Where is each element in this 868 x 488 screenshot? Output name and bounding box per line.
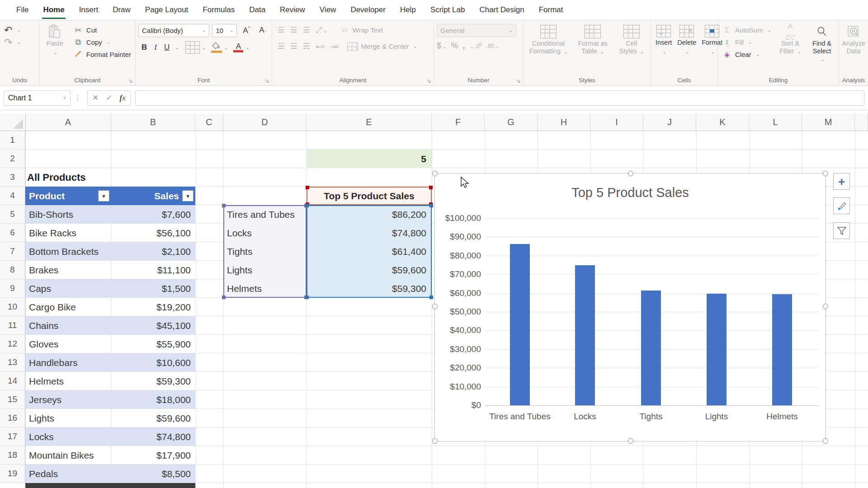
sales-column-header[interactable]: Sales▾ bbox=[111, 187, 195, 205]
row-header-10[interactable]: 10 bbox=[0, 298, 25, 316]
row-header-1[interactable]: 1 bbox=[0, 131, 25, 150]
row-header-6[interactable]: 6 bbox=[0, 224, 25, 242]
bar-locks[interactable] bbox=[575, 265, 595, 405]
product-name-cell[interactable]: Chains bbox=[25, 316, 111, 335]
clear-button[interactable]: ◈ Clear⌄ bbox=[721, 48, 773, 61]
chart-handle-middle-left[interactable] bbox=[432, 304, 438, 309]
column-header-M[interactable]: M bbox=[802, 114, 855, 131]
chart-handle-middle-right[interactable] bbox=[823, 304, 828, 309]
bar-helmets[interactable] bbox=[772, 294, 792, 405]
row-header-7[interactable]: 7 bbox=[0, 242, 25, 261]
row-header-13[interactable]: 13 bbox=[0, 353, 25, 372]
italic-button[interactable]: I bbox=[151, 42, 160, 53]
chart-handle-bottom-left[interactable] bbox=[432, 438, 438, 444]
find-select-button[interactable]: Find & Select ⌄ bbox=[808, 24, 836, 74]
number-dialog-launcher-icon[interactable]: ⇘ bbox=[516, 78, 521, 84]
column-header-K[interactable]: K bbox=[696, 114, 749, 131]
column-header-D[interactable]: D bbox=[223, 114, 307, 131]
chart-title[interactable]: Top 5 Product Sales bbox=[435, 185, 826, 200]
tab-view[interactable]: View bbox=[312, 0, 344, 20]
top5-name-cell[interactable]: Tires and Tubes bbox=[227, 205, 305, 224]
row-header-3[interactable]: 3 bbox=[0, 168, 25, 187]
formula-input[interactable] bbox=[135, 90, 864, 106]
tab-data[interactable]: Data bbox=[242, 0, 273, 20]
product-column-header[interactable]: Product▾ bbox=[25, 187, 111, 205]
row-header-15[interactable]: 15 bbox=[0, 390, 25, 409]
product-name-cell[interactable]: Bike Racks bbox=[25, 224, 111, 242]
chart-filters-button[interactable] bbox=[833, 222, 850, 239]
tab-script-lab[interactable]: Script Lab bbox=[423, 0, 472, 20]
tab-help[interactable]: Help bbox=[393, 0, 423, 20]
bar-lights[interactable] bbox=[707, 294, 726, 405]
top5-name-cell[interactable]: Locks bbox=[227, 224, 305, 242]
column-header-F[interactable]: F bbox=[432, 114, 485, 131]
font-color-button[interactable]: A bbox=[233, 43, 243, 52]
row-header-17[interactable]: 17 bbox=[0, 427, 25, 446]
row-header-5[interactable]: 5 bbox=[0, 205, 25, 224]
font-dialog-launcher-icon[interactable]: ⇘ bbox=[265, 78, 269, 84]
top5-sales-cell[interactable]: $74,800 bbox=[307, 224, 426, 242]
align-middle-button[interactable]: ☰ bbox=[288, 25, 299, 35]
top5-name-cell[interactable]: Lights bbox=[227, 261, 305, 279]
row-header-16[interactable]: 16 bbox=[0, 409, 25, 427]
product-sales-cell[interactable]: $10,600 bbox=[111, 353, 195, 372]
product-name-cell[interactable]: Mountain Bikes bbox=[25, 446, 111, 465]
insert-function-icon[interactable]: fx bbox=[120, 94, 126, 103]
chart-handle-top-center[interactable] bbox=[628, 171, 633, 176]
autosum-button[interactable]: Σ AutoSum⌄ bbox=[721, 24, 773, 36]
accounting-format-button[interactable]: $⌄ bbox=[437, 41, 446, 51]
increase-decimal-button[interactable]: ←.00 bbox=[469, 42, 482, 50]
product-sales-cell[interactable]: $2,100 bbox=[111, 242, 195, 261]
column-header-C[interactable]: C bbox=[195, 114, 223, 131]
cancel-icon[interactable]: ✕ bbox=[92, 93, 99, 103]
delete-cells-button[interactable]: ✕ Delete ⌄ bbox=[675, 24, 698, 74]
row-header-4[interactable]: 4 bbox=[0, 187, 25, 205]
bold-button[interactable]: B bbox=[138, 42, 150, 53]
column-header-E[interactable]: E bbox=[307, 114, 432, 131]
chart-handle-bottom-right[interactable] bbox=[823, 438, 828, 444]
product-name-cell[interactable]: Cargo Bike bbox=[25, 298, 111, 316]
copy-button[interactable]: ⧉ Copy ⌄ bbox=[72, 36, 132, 48]
wrap-text-button[interactable]: ⮒ Wrap Text bbox=[338, 24, 384, 36]
row-header-12[interactable]: 12 bbox=[0, 335, 25, 353]
redo-button[interactable]: ↷⌄ bbox=[3, 36, 37, 48]
product-name-cell[interactable]: Lights bbox=[25, 409, 111, 427]
tab-insert[interactable]: Insert bbox=[72, 0, 106, 20]
product-name-cell[interactable]: Jerseys bbox=[25, 390, 111, 409]
increase-indent-button[interactable]: ⇥≡ bbox=[328, 42, 341, 51]
product-sales-cell[interactable]: $19,200 bbox=[111, 298, 195, 316]
comma-style-button[interactable]: , bbox=[462, 41, 465, 51]
top5-sales-cell[interactable]: $59,600 bbox=[307, 261, 426, 279]
chart-handle-top-right[interactable] bbox=[823, 171, 828, 176]
product-sales-cell[interactable]: $11,100 bbox=[111, 261, 195, 279]
align-bottom-button[interactable]: ☰ bbox=[301, 25, 312, 35]
column-header-G[interactable]: G bbox=[485, 114, 538, 131]
grow-font-button[interactable]: A^ bbox=[240, 25, 253, 36]
product-sales-cell[interactable]: $8,500 bbox=[111, 465, 195, 483]
orientation-button[interactable]: ⤢⌄ bbox=[313, 25, 330, 35]
shrink-font-button[interactable]: Aˇ bbox=[256, 25, 269, 36]
product-sales-cell[interactable]: $56,100 bbox=[111, 224, 195, 242]
number-format-select[interactable]: General⌄ bbox=[437, 24, 516, 37]
product-name-cell[interactable]: Caps bbox=[25, 279, 111, 298]
chart[interactable]: Top 5 Product Sales $0$10,000$20,000$30,… bbox=[434, 173, 826, 441]
tab-file[interactable]: File bbox=[9, 0, 36, 20]
select-all-button[interactable] bbox=[0, 114, 26, 131]
undo-button[interactable]: ↶⌄ bbox=[3, 24, 37, 36]
fill-button[interactable]: ⬇̲ Fill⌄ bbox=[721, 36, 773, 48]
top5-name-cell[interactable]: Helmets bbox=[227, 279, 305, 298]
product-sales-cell[interactable]: $45,100 bbox=[111, 316, 195, 335]
format-as-table-button[interactable]: Format as Table ⌄ bbox=[573, 24, 612, 74]
chart-styles-button[interactable] bbox=[833, 197, 850, 214]
format-painter-button[interactable]: Format Painter bbox=[72, 48, 132, 61]
row-header-11[interactable]: 11 bbox=[0, 316, 25, 335]
underline-button[interactable]: U bbox=[161, 42, 173, 53]
top5-name-cell[interactable]: Tights bbox=[227, 242, 305, 261]
row-header-2[interactable]: 2 bbox=[0, 150, 25, 168]
percent-style-button[interactable]: % bbox=[451, 41, 458, 51]
analyze-data-button[interactable]: Analyze Data bbox=[842, 24, 865, 56]
product-sales-cell[interactable]: $7,600 bbox=[111, 205, 195, 224]
font-size-select[interactable]: 10⌄ bbox=[212, 24, 237, 37]
product-filter-button[interactable]: ▾ bbox=[98, 190, 109, 202]
product-sales-cell[interactable]: $17,900 bbox=[111, 446, 195, 465]
